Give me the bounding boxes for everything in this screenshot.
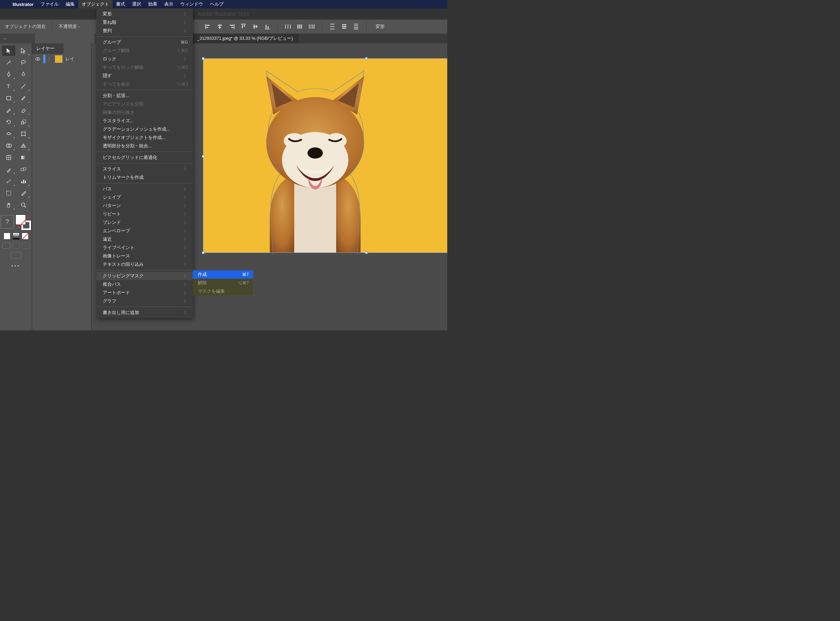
menu-view[interactable]: 表示 <box>161 0 177 8</box>
menu-item[interactable]: スライス〉 <box>96 165 193 173</box>
menu-item[interactable]: ピクセルグリッドに最適化 <box>96 153 193 162</box>
draw-normal[interactable] <box>3 242 10 249</box>
visibility-icon[interactable] <box>35 56 41 62</box>
align-top-icon[interactable] <box>240 23 247 30</box>
eraser-tool[interactable] <box>17 105 30 115</box>
edit-toolbar-icon[interactable]: ••• <box>12 264 21 269</box>
clipping-path-outline[interactable] <box>235 66 399 254</box>
width-tool[interactable] <box>2 129 15 139</box>
pencil-tool[interactable] <box>2 105 15 115</box>
menu-edit[interactable]: 編集 <box>62 0 78 8</box>
app-name[interactable]: Illustrator <box>9 2 37 7</box>
color-mode-gradient[interactable] <box>12 233 20 239</box>
layer-name[interactable]: レイ <box>65 56 74 62</box>
menu-item[interactable]: 整列〉 <box>96 27 193 35</box>
menu-item[interactable]: 遠近〉 <box>96 235 193 244</box>
menu-item[interactable]: パス〉 <box>96 185 193 193</box>
menu-item[interactable]: モザイクオブジェクトを作成... <box>96 133 193 142</box>
zoom-tool[interactable] <box>17 200 30 210</box>
type-tool[interactable]: T <box>2 81 15 91</box>
expand-icon[interactable]: 〉 <box>48 57 52 62</box>
distribute-h1-icon[interactable] <box>284 23 292 30</box>
menu-item[interactable]: アートボード〉 <box>96 288 193 297</box>
menu-item[interactable]: 画像トレース〉 <box>96 252 193 260</box>
menu-item[interactable]: 分割・拡張... <box>96 91 193 100</box>
eyedropper-tool[interactable] <box>2 164 15 175</box>
rotate-tool[interactable] <box>2 117 15 127</box>
paintbrush-tool[interactable] <box>17 93 30 103</box>
direct-selection-tool[interactable] <box>17 45 30 56</box>
curvature-tool[interactable] <box>17 69 30 80</box>
align-vcenter-icon[interactable] <box>252 23 259 30</box>
distribute-h2-icon[interactable] <box>296 23 304 30</box>
menu-file[interactable]: ファイル <box>37 0 62 8</box>
layer-row[interactable]: 〉 レイ <box>32 54 91 64</box>
align-right-icon[interactable] <box>228 23 235 30</box>
pen-tool[interactable] <box>2 69 15 80</box>
slice-tool[interactable] <box>17 188 30 198</box>
menu-item[interactable]: グラフ〉 <box>96 297 193 305</box>
menu-item[interactable]: 重ね順〉 <box>96 18 193 27</box>
lasso-tool[interactable] <box>17 57 30 68</box>
menu-type[interactable]: 書式 <box>112 0 129 8</box>
magic-wand-tool[interactable] <box>2 57 15 68</box>
distribute-v3-icon[interactable] <box>352 23 360 30</box>
distribute-v2-icon[interactable] <box>340 23 348 30</box>
menu-item[interactable]: グループ⌘G <box>96 38 193 47</box>
menu-item[interactable]: 隠す〉 <box>96 71 193 80</box>
menu-select[interactable]: 選択 <box>129 0 145 8</box>
draw-behind[interactable] <box>12 242 20 249</box>
artboard[interactable] <box>203 59 447 253</box>
rectangle-tool[interactable] <box>2 93 15 103</box>
menu-window[interactable]: ウィンドウ <box>177 0 206 8</box>
distribute-v1-icon[interactable] <box>329 23 336 30</box>
gradient-tool[interactable] <box>17 152 30 163</box>
menu-item[interactable]: クリッピングマスク〉 <box>96 272 193 280</box>
selection-tool[interactable] <box>2 45 15 56</box>
menu-item[interactable]: シェイプ〉 <box>96 193 193 201</box>
menu-item[interactable]: 透明部分を分割・統合... <box>96 142 193 150</box>
align-hcenter-icon[interactable] <box>216 23 224 30</box>
transform-dropdown[interactable]: 変形 <box>376 23 385 30</box>
symbol-sprayer-tool[interactable] <box>2 176 15 186</box>
document-tab[interactable]: _312933371.jpeg* @ 33.33 % (RGB/プレビュー) <box>192 33 298 43</box>
menu-object[interactable]: オブジェクト <box>78 0 112 8</box>
distribute-h3-icon[interactable] <box>308 23 315 30</box>
fill-stroke-swatch[interactable] <box>15 214 32 230</box>
free-transform-tool[interactable] <box>17 129 30 139</box>
align-left-icon[interactable] <box>204 23 212 30</box>
menu-item[interactable]: ロック〉 <box>96 55 193 63</box>
menu-item[interactable]: グラデーションメッシュを作成... <box>96 125 193 133</box>
opacity-dropdown[interactable]: 不透明度 ▾ <box>59 23 80 30</box>
menu-item[interactable]: 書き出し用に追加〉 <box>96 308 193 317</box>
draw-inside[interactable] <box>22 242 30 249</box>
help-tool[interactable]: ? <box>1 215 14 229</box>
column-graph-tool[interactable] <box>17 176 30 186</box>
menu-effect[interactable]: 効果 <box>145 0 161 8</box>
menu-item[interactable]: 変形〉 <box>96 10 193 18</box>
line-tool[interactable] <box>17 81 30 91</box>
layers-panel-tab[interactable]: レイヤー <box>32 43 64 54</box>
menu-item[interactable]: ブレンド〉 <box>96 218 193 227</box>
perspective-tool[interactable] <box>17 141 30 151</box>
blend-tool[interactable] <box>17 164 30 175</box>
hand-tool[interactable] <box>2 200 15 210</box>
mesh-tool[interactable] <box>2 152 15 163</box>
submenu-item[interactable]: 作成⌘7 <box>193 270 253 279</box>
menu-item[interactable]: テキストの回り込み〉 <box>96 260 193 269</box>
menu-item[interactable]: ライブペイント〉 <box>96 244 193 252</box>
menu-item[interactable]: 複合パス〉 <box>96 280 193 288</box>
scale-tool[interactable] <box>17 117 30 127</box>
menu-item[interactable]: ラスタライズ... <box>96 117 193 125</box>
color-mode-none[interactable] <box>22 233 29 239</box>
menu-help[interactable]: ヘルプ <box>206 0 227 8</box>
align-bottom-icon[interactable] <box>264 23 271 30</box>
shape-builder-tool[interactable] <box>2 141 15 151</box>
menu-item[interactable]: パターン〉 <box>96 201 193 210</box>
color-mode-solid[interactable] <box>3 233 11 239</box>
menu-item[interactable]: トリムマークを作成 <box>96 173 193 182</box>
artboard-tool[interactable] <box>2 188 15 198</box>
menu-item[interactable]: リピート〉 <box>96 210 193 218</box>
screen-mode[interactable] <box>11 252 21 259</box>
menu-item[interactable]: エンベロープ〉 <box>96 227 193 235</box>
